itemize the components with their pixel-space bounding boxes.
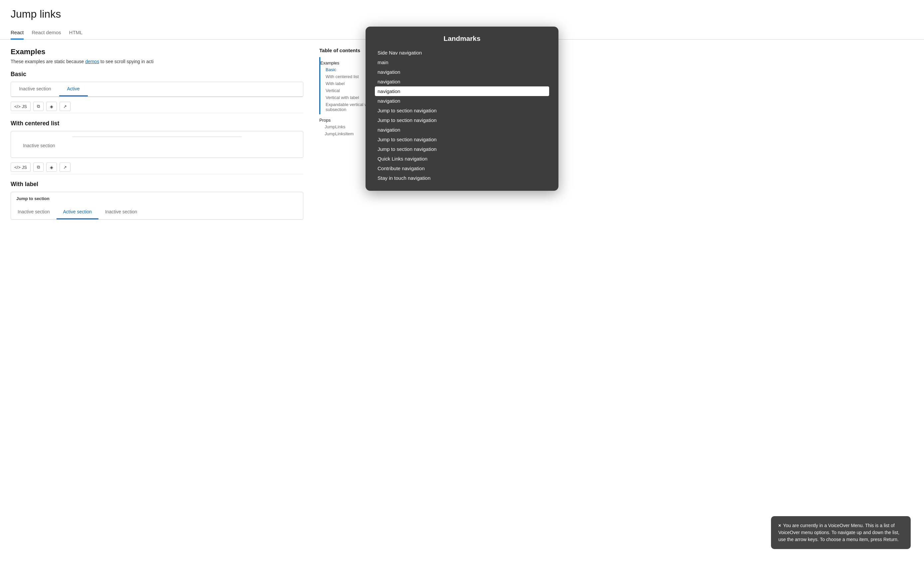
modal-item-9[interactable]: Jump to section navigation bbox=[375, 135, 549, 144]
modal-title: Landmarks bbox=[375, 35, 549, 43]
modal-item-5[interactable]: navigation bbox=[375, 96, 549, 106]
modal-item-6[interactable]: Jump to section navigation bbox=[375, 106, 549, 115]
modal-overlay: Landmarks Side Nav navigation main navig… bbox=[0, 0, 924, 569]
voiceover-tooltip: ×You are currently in a VoiceOver Menu. … bbox=[771, 516, 911, 549]
modal-item-8[interactable]: navigation bbox=[375, 125, 549, 135]
vo-text: You are currently in a VoiceOver Menu. T… bbox=[778, 523, 900, 542]
modal-item-11[interactable]: Quick Links navigation bbox=[375, 154, 549, 164]
modal-item-12[interactable]: Contribute navigation bbox=[375, 164, 549, 173]
modal-item-1[interactable]: main bbox=[375, 58, 549, 67]
modal-item-10[interactable]: Jump to section navigation bbox=[375, 144, 549, 154]
modal-item-7[interactable]: Jump to section navigation bbox=[375, 115, 549, 125]
modal-item-3[interactable]: navigation bbox=[375, 77, 549, 87]
page-wrapper: Jump links React React demos HTML Exampl… bbox=[0, 0, 924, 569]
modal-item-0[interactable]: Side Nav navigation bbox=[375, 48, 549, 58]
modal-item-13[interactable]: Stay in touch navigation bbox=[375, 173, 549, 183]
landmarks-modal: Landmarks Side Nav navigation main navig… bbox=[366, 27, 558, 191]
modal-item-4[interactable]: navigation bbox=[375, 87, 549, 96]
modal-list: Side Nav navigation main navigation navi… bbox=[375, 48, 549, 183]
modal-item-2[interactable]: navigation bbox=[375, 67, 549, 77]
vo-close-button[interactable]: × bbox=[778, 522, 781, 529]
